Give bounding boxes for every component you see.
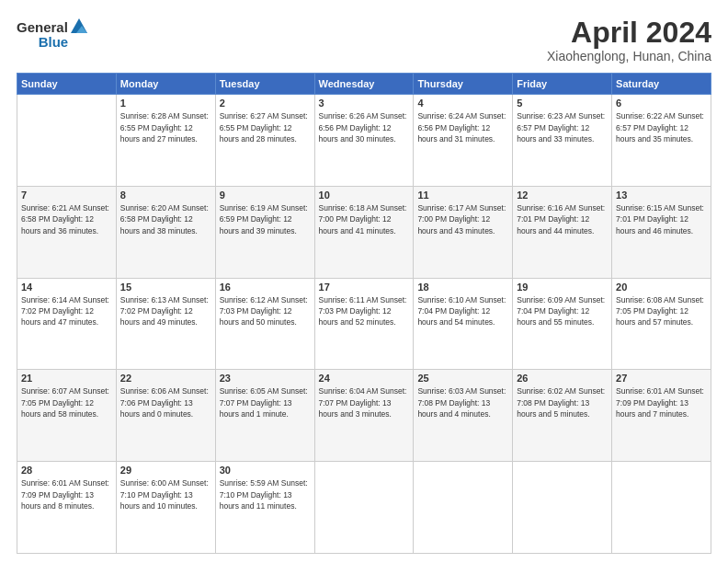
day-number: 11 bbox=[417, 190, 508, 201]
day-number: 10 bbox=[319, 190, 410, 201]
table-row bbox=[17, 95, 117, 187]
table-row: 8Sunrise: 6:20 AM Sunset: 6:58 PM Daylig… bbox=[116, 186, 215, 278]
day-number: 20 bbox=[616, 282, 707, 293]
month-title: April 2024 bbox=[547, 17, 711, 49]
table-row: 18Sunrise: 6:10 AM Sunset: 7:04 PM Dayli… bbox=[414, 278, 513, 370]
table-row: 20Sunrise: 6:08 AM Sunset: 7:05 PM Dayli… bbox=[612, 278, 711, 370]
day-number: 30 bbox=[220, 465, 311, 476]
table-row: 30Sunrise: 5:59 AM Sunset: 7:10 PM Dayli… bbox=[215, 462, 314, 554]
table-row: 13Sunrise: 6:15 AM Sunset: 7:01 PM Dayli… bbox=[612, 186, 711, 278]
calendar-table: Sunday Monday Tuesday Wednesday Thursday… bbox=[17, 73, 711, 554]
weekday-header-row: Sunday Monday Tuesday Wednesday Thursday… bbox=[17, 74, 711, 95]
day-number: 14 bbox=[21, 282, 112, 293]
day-info: Sunrise: 6:27 AM Sunset: 6:55 PM Dayligh… bbox=[220, 110, 311, 144]
calendar-week-row: 21Sunrise: 6:07 AM Sunset: 7:05 PM Dayli… bbox=[17, 370, 711, 462]
day-info: Sunrise: 6:00 AM Sunset: 7:10 PM Dayligh… bbox=[120, 477, 211, 511]
day-info: Sunrise: 6:08 AM Sunset: 7:05 PM Dayligh… bbox=[616, 294, 707, 328]
calendar-week-row: 1Sunrise: 6:28 AM Sunset: 6:55 PM Daylig… bbox=[17, 95, 711, 187]
table-row: 21Sunrise: 6:07 AM Sunset: 7:05 PM Dayli… bbox=[17, 370, 117, 462]
table-row: 11Sunrise: 6:17 AM Sunset: 7:00 PM Dayli… bbox=[414, 186, 513, 278]
table-row: 16Sunrise: 6:12 AM Sunset: 7:03 PM Dayli… bbox=[215, 278, 314, 370]
day-number: 8 bbox=[120, 190, 211, 201]
table-row: 7Sunrise: 6:21 AM Sunset: 6:58 PM Daylig… bbox=[17, 186, 117, 278]
logo-icon bbox=[69, 17, 89, 37]
day-info: Sunrise: 6:21 AM Sunset: 6:58 PM Dayligh… bbox=[21, 202, 112, 236]
day-info: Sunrise: 6:19 AM Sunset: 6:59 PM Dayligh… bbox=[220, 202, 311, 236]
day-info: Sunrise: 6:23 AM Sunset: 6:57 PM Dayligh… bbox=[517, 110, 608, 144]
header: General Blue April 2024 Xiaohenglong, Hu… bbox=[17, 17, 711, 63]
day-number: 4 bbox=[417, 98, 508, 109]
day-number: 21 bbox=[21, 373, 112, 384]
day-info: Sunrise: 6:11 AM Sunset: 7:03 PM Dayligh… bbox=[319, 294, 410, 328]
day-info: Sunrise: 6:01 AM Sunset: 7:09 PM Dayligh… bbox=[616, 385, 707, 419]
day-number: 9 bbox=[220, 190, 311, 201]
table-row bbox=[414, 462, 513, 554]
day-info: Sunrise: 6:06 AM Sunset: 7:06 PM Dayligh… bbox=[120, 385, 211, 419]
day-number: 1 bbox=[120, 98, 211, 109]
day-number: 6 bbox=[616, 98, 707, 109]
header-friday: Friday bbox=[513, 74, 612, 95]
day-number: 22 bbox=[120, 373, 211, 384]
table-row: 27Sunrise: 6:01 AM Sunset: 7:09 PM Dayli… bbox=[612, 370, 711, 462]
day-info: Sunrise: 6:12 AM Sunset: 7:03 PM Dayligh… bbox=[220, 294, 311, 328]
table-row: 17Sunrise: 6:11 AM Sunset: 7:03 PM Dayli… bbox=[314, 278, 414, 370]
day-info: Sunrise: 6:10 AM Sunset: 7:04 PM Dayligh… bbox=[417, 294, 508, 328]
table-row: 19Sunrise: 6:09 AM Sunset: 7:04 PM Dayli… bbox=[513, 278, 612, 370]
header-wednesday: Wednesday bbox=[314, 74, 414, 95]
day-info: Sunrise: 6:04 AM Sunset: 7:07 PM Dayligh… bbox=[319, 385, 410, 419]
calendar-week-row: 14Sunrise: 6:14 AM Sunset: 7:02 PM Dayli… bbox=[17, 278, 711, 370]
day-info: Sunrise: 6:09 AM Sunset: 7:04 PM Dayligh… bbox=[517, 294, 608, 328]
day-info: Sunrise: 6:03 AM Sunset: 7:08 PM Dayligh… bbox=[417, 385, 508, 419]
day-number: 12 bbox=[517, 190, 608, 201]
table-row bbox=[314, 462, 414, 554]
day-info: Sunrise: 6:05 AM Sunset: 7:07 PM Dayligh… bbox=[220, 385, 311, 419]
day-info: Sunrise: 6:07 AM Sunset: 7:05 PM Dayligh… bbox=[21, 385, 112, 419]
day-number: 26 bbox=[517, 373, 608, 384]
page: General Blue April 2024 Xiaohenglong, Hu… bbox=[0, 0, 728, 563]
location: Xiaohenglong, Hunan, China bbox=[547, 49, 711, 63]
day-info: Sunrise: 6:28 AM Sunset: 6:55 PM Dayligh… bbox=[120, 110, 211, 144]
table-row: 5Sunrise: 6:23 AM Sunset: 6:57 PM Daylig… bbox=[513, 95, 612, 187]
table-row: 15Sunrise: 6:13 AM Sunset: 7:02 PM Dayli… bbox=[116, 278, 215, 370]
day-number: 13 bbox=[616, 190, 707, 201]
table-row: 23Sunrise: 6:05 AM Sunset: 7:07 PM Dayli… bbox=[215, 370, 314, 462]
day-info: Sunrise: 6:17 AM Sunset: 7:00 PM Dayligh… bbox=[417, 202, 508, 236]
table-row: 10Sunrise: 6:18 AM Sunset: 7:00 PM Dayli… bbox=[314, 186, 414, 278]
header-tuesday: Tuesday bbox=[215, 74, 314, 95]
day-number: 2 bbox=[220, 98, 311, 109]
logo: General Blue bbox=[17, 17, 90, 50]
day-number: 16 bbox=[220, 282, 311, 293]
day-number: 18 bbox=[417, 282, 508, 293]
table-row bbox=[513, 462, 612, 554]
table-row: 28Sunrise: 6:01 AM Sunset: 7:09 PM Dayli… bbox=[17, 462, 117, 554]
header-sunday: Sunday bbox=[17, 74, 117, 95]
logo-blue: Blue bbox=[39, 34, 69, 50]
day-info: Sunrise: 6:14 AM Sunset: 7:02 PM Dayligh… bbox=[21, 294, 112, 328]
day-info: Sunrise: 6:02 AM Sunset: 7:08 PM Dayligh… bbox=[517, 385, 608, 419]
day-number: 15 bbox=[120, 282, 211, 293]
table-row: 26Sunrise: 6:02 AM Sunset: 7:08 PM Dayli… bbox=[513, 370, 612, 462]
table-row: 2Sunrise: 6:27 AM Sunset: 6:55 PM Daylig… bbox=[215, 95, 314, 187]
day-info: Sunrise: 6:24 AM Sunset: 6:56 PM Dayligh… bbox=[417, 110, 508, 144]
calendar-week-row: 7Sunrise: 6:21 AM Sunset: 6:58 PM Daylig… bbox=[17, 186, 711, 278]
logo-general: General bbox=[17, 19, 68, 35]
day-info: Sunrise: 6:13 AM Sunset: 7:02 PM Dayligh… bbox=[120, 294, 211, 328]
table-row: 9Sunrise: 6:19 AM Sunset: 6:59 PM Daylig… bbox=[215, 186, 314, 278]
table-row: 1Sunrise: 6:28 AM Sunset: 6:55 PM Daylig… bbox=[116, 95, 215, 187]
table-row: 6Sunrise: 6:22 AM Sunset: 6:57 PM Daylig… bbox=[612, 95, 711, 187]
day-number: 5 bbox=[517, 98, 608, 109]
table-row: 25Sunrise: 6:03 AM Sunset: 7:08 PM Dayli… bbox=[414, 370, 513, 462]
table-row: 4Sunrise: 6:24 AM Sunset: 6:56 PM Daylig… bbox=[414, 95, 513, 187]
table-row: 14Sunrise: 6:14 AM Sunset: 7:02 PM Dayli… bbox=[17, 278, 117, 370]
table-row: 12Sunrise: 6:16 AM Sunset: 7:01 PM Dayli… bbox=[513, 186, 612, 278]
day-info: Sunrise: 6:18 AM Sunset: 7:00 PM Dayligh… bbox=[319, 202, 410, 236]
day-number: 24 bbox=[319, 373, 410, 384]
day-info: Sunrise: 6:20 AM Sunset: 6:58 PM Dayligh… bbox=[120, 202, 211, 236]
day-info: Sunrise: 6:26 AM Sunset: 6:56 PM Dayligh… bbox=[319, 110, 410, 144]
header-saturday: Saturday bbox=[612, 74, 711, 95]
day-number: 27 bbox=[616, 373, 707, 384]
day-info: Sunrise: 6:22 AM Sunset: 6:57 PM Dayligh… bbox=[616, 110, 707, 144]
table-row: 3Sunrise: 6:26 AM Sunset: 6:56 PM Daylig… bbox=[314, 95, 414, 187]
day-info: Sunrise: 6:15 AM Sunset: 7:01 PM Dayligh… bbox=[616, 202, 707, 236]
header-monday: Monday bbox=[116, 74, 215, 95]
